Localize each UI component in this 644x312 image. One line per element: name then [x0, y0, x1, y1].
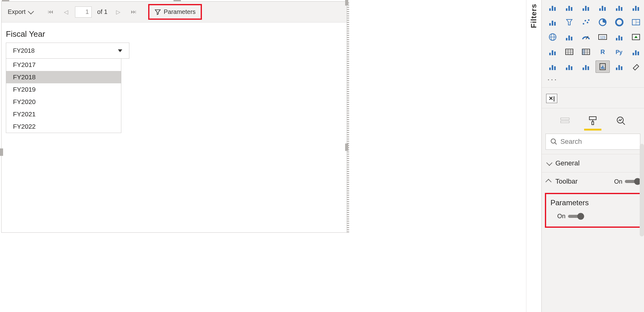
viz-funnel-h[interactable]	[546, 16, 560, 28]
export-label: Export	[8, 8, 26, 15]
tab-analytics[interactable]	[613, 113, 628, 128]
selection-handle-right[interactable]	[345, 144, 348, 151]
section-toolbar[interactable]: Toolbar On	[542, 172, 644, 190]
viz-multi-row-card[interactable]	[612, 31, 626, 43]
nav-prev-button[interactable]: ◁	[60, 7, 73, 17]
dropdown-option[interactable]: FY2020	[6, 96, 121, 108]
filters-pane-collapsed[interactable]: Filters	[526, 0, 542, 312]
svg-point-83	[551, 139, 555, 143]
more-visuals-button[interactable]: ···	[542, 75, 644, 84]
svg-rect-7	[585, 6, 587, 11]
viz-qna[interactable]	[562, 60, 576, 73]
svg-rect-74	[604, 68, 604, 69]
viz-area[interactable]	[562, 1, 576, 14]
viz-line-stacked[interactable]	[579, 1, 593, 14]
svg-rect-44	[552, 50, 553, 55]
viz-funnel[interactable]	[562, 16, 576, 28]
paginated-report-icon	[597, 62, 608, 71]
viz-eraser[interactable]	[629, 60, 643, 73]
nav-first-button[interactable]: ⏮	[44, 7, 57, 17]
filter-icon	[154, 9, 161, 15]
parameters-option-label: Parameters	[550, 198, 635, 207]
svg-rect-75	[616, 68, 617, 70]
svg-rect-64	[554, 66, 556, 70]
dropdown-option[interactable]: FY2018	[6, 71, 121, 83]
waterfall-icon	[631, 3, 641, 12]
toolbar-toggle[interactable]: On	[614, 178, 639, 185]
dropdown-option[interactable]: FY2019	[6, 83, 121, 96]
viz-treemap[interactable]	[629, 16, 643, 28]
viz-line-clustered[interactable]	[596, 1, 610, 14]
viz-stacked-area[interactable]	[546, 1, 560, 14]
dropdown-option[interactable]: FY2017	[6, 59, 121, 71]
svg-rect-4	[568, 6, 570, 11]
viz-globe[interactable]	[546, 31, 560, 43]
svg-rect-39	[616, 38, 617, 40]
dropdown-option[interactable]: FY2022	[6, 120, 121, 133]
svg-rect-60	[635, 50, 637, 55]
viz-card[interactable]: 123	[596, 31, 610, 43]
matrix-icon	[581, 47, 591, 56]
svg-rect-72	[601, 67, 602, 69]
parameters-button-highlight: Parameters	[148, 4, 202, 20]
svg-rect-76	[618, 65, 620, 70]
svg-point-26	[616, 19, 623, 26]
dropdown-head[interactable]: FY2018	[6, 43, 129, 58]
section-general[interactable]: General	[542, 154, 644, 172]
svg-point-23	[587, 22, 588, 23]
viz-matrix[interactable]	[579, 46, 593, 58]
svg-rect-69	[585, 65, 587, 70]
nav-next-button[interactable]: ▷	[112, 7, 125, 17]
paginated-report-visual[interactable]: Export ⏮ ◁ of 1 ▷ ⏭ Parameters	[1, 1, 347, 233]
svg-rect-8	[588, 7, 589, 11]
svg-text:R: R	[600, 48, 605, 55]
nav-last-button[interactable]: ⏭	[127, 7, 140, 17]
viz-scatter[interactable]	[579, 16, 593, 28]
arcgis-icon	[614, 62, 625, 71]
parameters-button[interactable]: Parameters	[153, 7, 197, 17]
viz-ribbon[interactable]	[612, 1, 626, 14]
card-icon: 123	[597, 32, 608, 42]
stacked-area-icon	[547, 3, 558, 12]
pane-scrollbar[interactable]	[640, 144, 644, 236]
viz-python-visual[interactable]: Py	[612, 46, 626, 58]
viz-gauge[interactable]	[579, 31, 593, 43]
svg-rect-65	[566, 68, 567, 70]
fiscal-year-dropdown[interactable]: FY2018	[6, 43, 129, 59]
viz-table[interactable]	[562, 46, 576, 58]
viz-kpi[interactable]	[629, 31, 643, 43]
viz-paginated-report[interactable]	[596, 60, 610, 73]
page-number-input[interactable]	[75, 6, 92, 18]
viz-filled-map[interactable]	[562, 31, 576, 43]
viz-key-influencers[interactable]	[629, 46, 643, 58]
export-button[interactable]: Export	[5, 6, 36, 17]
viz-waterfall[interactable]	[629, 1, 643, 14]
selection-handle-left[interactable]	[0, 148, 3, 156]
tab-format[interactable]	[585, 113, 600, 128]
viz-decomposition[interactable]	[546, 60, 560, 73]
pie-icon	[597, 18, 608, 27]
paginated-icon	[581, 62, 591, 71]
viz-pie[interactable]	[596, 16, 610, 28]
funnel-h-icon	[547, 18, 558, 27]
viz-r-visual[interactable]: R	[596, 46, 610, 58]
remove-field-button[interactable]: ✕|	[546, 94, 557, 103]
format-search-box[interactable]	[546, 134, 640, 150]
page-of-label: of 1	[97, 8, 107, 15]
resize-edge-right[interactable]	[347, 2, 349, 232]
svg-rect-68	[583, 68, 584, 70]
parameters-toggle[interactable]: On	[557, 213, 635, 220]
dropdown-option[interactable]: FY2021	[6, 108, 121, 120]
viz-slicer[interactable]	[546, 46, 560, 58]
format-search-input[interactable]	[560, 138, 636, 146]
slicer-icon	[547, 47, 558, 56]
chevron-down-icon	[546, 160, 553, 166]
tab-fields[interactable]	[558, 113, 572, 128]
viz-donut[interactable]	[612, 16, 626, 28]
viz-arcgis[interactable]	[612, 60, 626, 73]
viz-paginated[interactable]	[579, 60, 593, 73]
filled-map-icon	[564, 32, 575, 42]
selection-handle-tr[interactable]	[345, 0, 348, 6]
section-general-label: General	[555, 159, 579, 167]
svg-rect-70	[588, 66, 589, 70]
